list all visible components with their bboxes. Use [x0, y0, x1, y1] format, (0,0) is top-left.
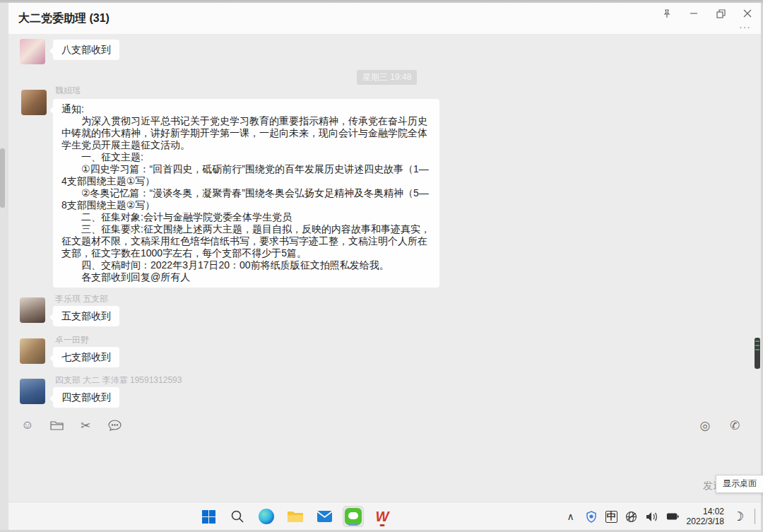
message-bubble[interactable]: 四支部收到 [53, 387, 119, 408]
mail-icon[interactable] [314, 506, 335, 527]
security-shield-icon[interactable] [585, 510, 598, 523]
chat-title: 大二党委助理 (31) [18, 11, 110, 26]
taskbar-clock[interactable]: 14:02 2022/3/18 [687, 507, 724, 526]
battery-icon[interactable] [666, 510, 679, 523]
message-bubble[interactable]: 八支部收到 [53, 40, 119, 60]
left-scrollbar-thumb[interactable] [0, 148, 5, 208]
video-call-icon[interactable]: ✆ [727, 418, 743, 433]
edge-browser-icon[interactable] [256, 506, 277, 527]
volume-icon[interactable] [646, 510, 658, 523]
screen-photo: 大二党委助理 (31) ··· 八支部收到 [0, 0, 763, 532]
chat-area: 八支部收到 星期三 19:48 魏姮瑶 通知: 为深入贯彻习近平总书记关于党史学… [8, 34, 761, 502]
voice-call-icon[interactable]: ◎ [697, 418, 713, 433]
wechat-window: 大二党委助理 (31) ··· 八支部收到 [8, 3, 761, 530]
show-desktop-tooltip: 显示桌面 [716, 475, 763, 493]
chat-history-icon[interactable] [107, 418, 122, 433]
message-bubble[interactable]: 通知: 为深入贯彻习近平总书记关于党史学习教育的重要指示精神，传承党在奋斗历史中… [53, 99, 439, 288]
minimize-button[interactable] [687, 7, 700, 20]
wechat-logo-icon [345, 508, 362, 525]
pin-icon[interactable] [661, 7, 673, 20]
avatar[interactable] [20, 39, 45, 64]
photo-left-edge [0, 3, 8, 530]
sender-name: 卓一田野 [55, 334, 89, 346]
emoji-icon[interactable]: ☺ [20, 418, 35, 433]
wps-office-icon[interactable]: W [372, 506, 393, 527]
more-menu-button[interactable]: ··· [739, 21, 751, 32]
titlebar: 大二党委助理 (31) ··· [8, 3, 761, 34]
ime-indicator[interactable]: 中 [605, 511, 617, 523]
sender-name: 四支部 大二 李沛霖 19591312593 [55, 374, 182, 386]
avatar[interactable] [20, 338, 45, 364]
message-bubble[interactable]: 七支部收到 [53, 347, 119, 367]
start-button[interactable] [198, 506, 219, 527]
search-icon[interactable] [227, 506, 248, 527]
taskbar-date: 2022/3/18 [687, 516, 724, 526]
avatar[interactable] [21, 90, 47, 115]
wechat-taskbar-icon[interactable] [343, 506, 364, 527]
time-divider: 星期三 19:48 [357, 70, 417, 85]
focus-assist-moon-icon[interactable]: ☽ [732, 510, 745, 523]
message-bubble[interactable]: 五支部收到 [53, 306, 119, 326]
tray-chevron-icon[interactable]: ∧ [564, 510, 577, 523]
file-explorer-icon[interactable] [285, 506, 306, 527]
sender-name: 李乐琪 五支部 [55, 293, 108, 305]
show-desktop-edge[interactable] [755, 509, 755, 524]
network-globe-icon[interactable] [625, 510, 638, 523]
taskbar: W ∧ 中 14:02 [8, 502, 761, 530]
right-scrollbar-thumb[interactable] [755, 338, 760, 369]
wps-logo-icon: W [376, 509, 389, 525]
windows-logo-icon [202, 510, 215, 524]
close-button[interactable] [741, 7, 754, 20]
sender-name: 魏姮瑶 [55, 85, 81, 97]
screenshot-scissors-icon[interactable]: ✂ [78, 418, 93, 433]
notice-text: 通知: 为深入贯彻习近平总书记关于党史学习教育的重要指示精神，传承党在奋斗历史中… [61, 103, 431, 283]
avatar[interactable] [20, 297, 45, 323]
restore-button[interactable] [714, 7, 727, 20]
file-folder-icon[interactable] [49, 418, 64, 433]
avatar[interactable] [20, 379, 45, 404]
taskbar-time: 14:02 [687, 507, 724, 516]
